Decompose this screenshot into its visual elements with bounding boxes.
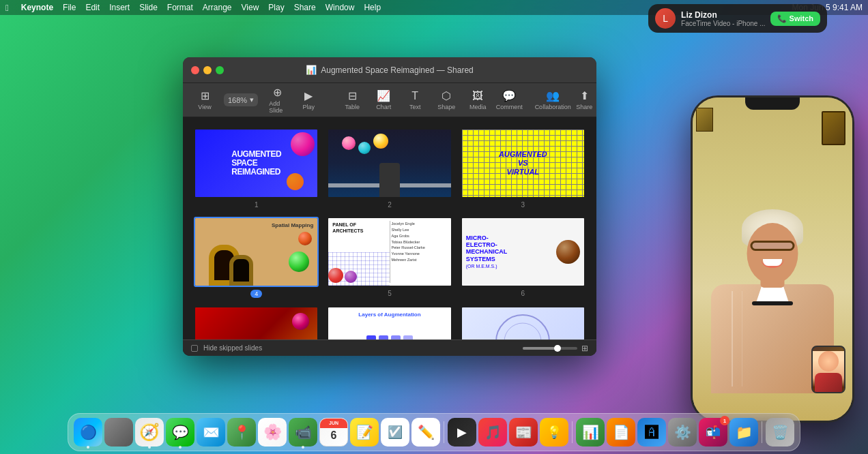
slide2-figure [379,163,400,197]
zoom-chevron-icon: ▾ [250,95,254,104]
menu-insert[interactable]: Insert [109,3,130,12]
toolbar-text[interactable]: T Text [403,87,427,113]
apple-logo-icon[interactable]:  [5,3,9,13]
dock-notification-center[interactable]: 📬 1 [699,418,727,447]
toolbar-chart[interactable]: 📈 Chart [371,87,396,113]
slide5-ball-red [328,268,343,283]
notes-icon: 📝 [356,424,373,440]
dock-safari[interactable]: 🧭 [135,418,164,447]
dock-music[interactable]: 🎵 [478,418,507,447]
appstore-icon: 🅰 [645,425,659,440]
dock-appletv[interactable]: ▶ [448,418,476,447]
slide-thumb-6[interactable]: Micro-Electro-MechanicalSystems(or M.E.M… [461,217,585,287]
menu-edit[interactable]: Edit [85,3,100,12]
calendar-month-header: JUN [320,419,347,428]
dock-appstore[interactable]: 🅰 [637,418,666,447]
toolbar-shape[interactable]: ⬡ Shape [434,87,459,113]
dock-facetime[interactable]: 📹 [289,418,317,447]
slide7-ball [292,313,309,330]
slide-thumb-2[interactable] [327,128,452,198]
slide-thumb-4[interactable]: Spatial Mapping [194,217,319,287]
slide-thumb-1[interactable]: AUGMENTEDSPACEREIMAGINED [194,128,319,198]
menu-file[interactable]: File [63,3,76,12]
dock-news[interactable]: 📰 [509,418,538,447]
dock-maps[interactable]: 📍 [227,418,256,447]
slide-number-3: 3 [521,201,525,209]
toolbar-add-slide-label: Add Slide [269,100,285,114]
menu-format[interactable]: Format [167,3,193,12]
menubar-app-name[interactable]: Keynote [21,3,53,12]
zoom-value: 168% [228,96,247,104]
toolbar-share[interactable]: ⬆ Share [572,87,596,113]
toolbar-collab-label: Collaboration [535,104,571,110]
menu-help[interactable]: Help [364,3,381,12]
close-button[interactable] [191,66,199,74]
menu-slide[interactable]: Slide [139,3,158,12]
dock-trash[interactable]: 🗑️ [766,418,794,447]
toolbar-media[interactable]: 🖼 Media [465,87,490,113]
face [747,223,798,284]
slide2-ball-gold [373,134,388,149]
menu-view[interactable]: View [242,3,259,12]
facetime-phone-overlay [691,95,854,423]
dock-system-settings[interactable]: ⚙️ [668,418,697,447]
toolbar-view[interactable]: ⊞ View [192,87,217,113]
slide1-blob2-decoration [287,173,304,190]
dock-messages[interactable]: 💬 [166,418,194,447]
toolbar-collaboration[interactable]: 👥 Collaboration [540,87,565,113]
files-icon: 📁 [736,424,753,440]
slide8-title-text: Layers of Augmentation [358,312,420,318]
traffic-lights [191,66,224,74]
slide2-ball-teal [358,142,371,154]
dock-files[interactable]: 📁 [729,418,758,447]
hide-skipped-checkbox[interactable] [191,345,198,352]
slide-item-3: AugmentedVSVirtual 3 [461,128,585,209]
toolbar-table-label: Table [345,104,360,110]
messages-icon: 💬 [172,424,189,440]
menu-play[interactable]: Play [268,3,284,12]
phone-frame-decoration [822,111,845,145]
shape-icon: ⬡ [442,89,451,102]
eyes-area [751,241,795,251]
appletv-icon: ▶ [457,425,467,440]
toolbar-add-slide[interactable]: ⊕ Add Slide [265,83,289,117]
facetime-switch-button[interactable]: 📞 Switch [770,12,820,26]
jacket-stripe-2 [742,291,742,387]
slide5-blobs [328,268,357,283]
toolbar-chart-label: Chart [376,104,391,110]
menu-window[interactable]: Window [326,3,355,12]
dock-freeform[interactable]: ✏️ [411,418,440,447]
self-view-face [818,351,839,372]
menu-arrange[interactable]: Arrange [203,3,232,12]
dock-photos[interactable]: 🌸 [258,418,287,447]
dock-pages[interactable]: 📄 [607,418,635,447]
jacket-stripe-1 [732,291,733,387]
dock-reminders[interactable]: ☑️ [381,418,409,447]
zoom-slider-thumb[interactable] [554,345,561,352]
dock-notes[interactable]: 📝 [350,418,379,447]
toolbar-zoom-control[interactable]: 168% ▾ [224,93,258,106]
toolbar-table[interactable]: ⊟ Table [340,87,364,113]
grid-view-icon[interactable]: ⊞ [581,344,588,353]
numbers-icon: 📊 [582,424,599,440]
dock-finder[interactable]: 🔵 [74,418,102,447]
menu-share[interactable]: Share [294,3,316,12]
slide-thumb-5[interactable]: PANEL OFARCHITECTS Jocelyn EngleShelly L… [327,217,452,287]
slide-number-5: 5 [388,290,392,297]
zoom-slider[interactable] [523,347,577,350]
toolbar-play[interactable]: ▶ Play [296,87,321,113]
minimize-button[interactable] [203,66,212,74]
calendar-date: 6 [320,429,347,442]
dock-tips[interactable]: 💡 [540,418,568,447]
maximize-button[interactable] [216,66,224,74]
dock-mail[interactable]: ✉️ [197,418,225,447]
toolbar-shape-label: Shape [437,104,455,110]
dock-numbers[interactable]: 📊 [576,418,605,447]
dock-calendar[interactable]: JUN 6 [319,418,348,447]
slide5-ball-purple [345,271,357,283]
slide-item-2: 2 [327,128,452,209]
dock-separator-2 [572,421,573,443]
toolbar-comment[interactable]: 💬 Comment [497,87,521,113]
slide-thumb-3[interactable]: AugmentedVSVirtual [461,128,585,198]
dock-launchpad[interactable] [104,418,133,447]
